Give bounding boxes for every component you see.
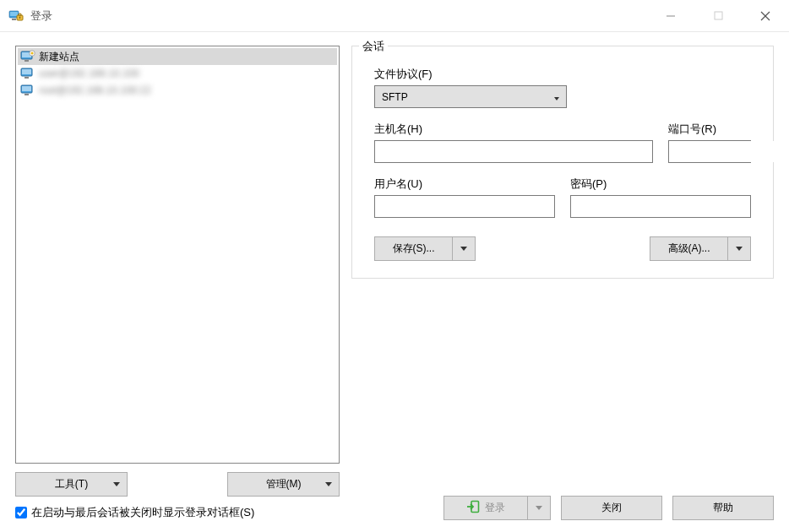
window-controls [647,0,789,32]
maximize-button[interactable] [694,0,742,32]
site-item-label: 新建站点 [39,50,79,64]
port-input[interactable] [669,141,789,162]
username-input[interactable] [374,195,555,218]
site-item[interactable]: user@192.168.10.100 [18,65,337,82]
password-input[interactable] [570,195,751,218]
chevron-down-icon [460,247,467,251]
startup-checkbox-label: 在启动与最后会话被关闭时显示登录对话框(S) [31,505,254,520]
save-button[interactable]: 保存(S)... [374,236,476,261]
svg-rect-21 [24,94,29,95]
save-button-label: 保存(S)... [393,242,435,256]
svg-point-5 [19,17,21,19]
site-item-new[interactable]: 新建站点 [18,48,337,65]
tools-button-label: 工具(T) [16,477,127,491]
host-input[interactable] [374,140,653,163]
startup-checkbox[interactable] [15,507,27,518]
manage-button-label: 管理(M) [228,477,339,491]
svg-rect-12 [24,60,29,62]
site-item[interactable]: root@192.168.10.100:22 [18,82,337,99]
password-label: 密码(P) [570,176,751,192]
save-button-dropdown[interactable] [453,236,476,261]
port-label: 端口号(R) [668,122,751,137]
new-site-icon [20,50,35,63]
close-button[interactable] [742,0,789,32]
session-group: 会话 文件协议(F) SFTP 主机名(H) 端口号(R) [351,46,774,279]
app-icon [8,8,24,24]
close-button-label: 关闭 [601,501,622,515]
protocol-select[interactable]: SFTP [374,85,567,108]
session-legend: 会话 [359,39,388,54]
username-label: 用户名(U) [374,176,555,192]
help-button-label: 帮助 [713,501,733,515]
help-button[interactable]: 帮助 [672,496,774,520]
close-button-bottom[interactable]: 关闭 [561,496,662,520]
advanced-button[interactable]: 高级(A)... [650,236,751,261]
computer-icon [20,67,35,80]
advanced-button-label: 高级(A)... [668,242,710,256]
chevron-down-icon [325,473,332,496]
login-icon [466,500,480,516]
site-item-label: user@192.168.10.100 [39,68,139,79]
protocol-label: 文件协议(F) [374,67,751,82]
site-item-label: root@192.168.10.100:22 [39,84,151,96]
port-spinner[interactable]: ▲ ▼ [668,140,751,163]
chevron-down-icon [736,247,743,251]
login-button-label: 登录 [485,501,505,515]
svg-rect-20 [22,86,31,91]
tools-button[interactable]: 工具(T) [15,472,128,497]
svg-rect-2 [12,19,16,20]
titlebar: 登录 [0,0,789,32]
svg-rect-17 [22,69,31,74]
minimize-button[interactable] [647,0,694,32]
manage-button[interactable]: 管理(M) [227,472,340,497]
svg-rect-18 [24,77,29,79]
host-label: 主机名(H) [374,122,653,137]
svg-rect-7 [715,12,722,19]
startup-checkbox-row[interactable]: 在启动与最后会话被关闭时显示登录对话框(S) [15,505,340,520]
window-title: 登录 [30,8,52,24]
login-button[interactable]: 登录 [443,496,551,520]
advanced-button-dropdown[interactable] [728,236,751,261]
chevron-down-icon [536,506,542,510]
chevron-down-icon [554,91,559,103]
login-button-dropdown[interactable] [528,496,551,520]
site-list[interactable]: 新建站点 user@192.168.10.100 [15,46,340,464]
chevron-down-icon [113,473,120,496]
computer-icon [20,84,35,97]
protocol-value: SFTP [382,91,408,103]
